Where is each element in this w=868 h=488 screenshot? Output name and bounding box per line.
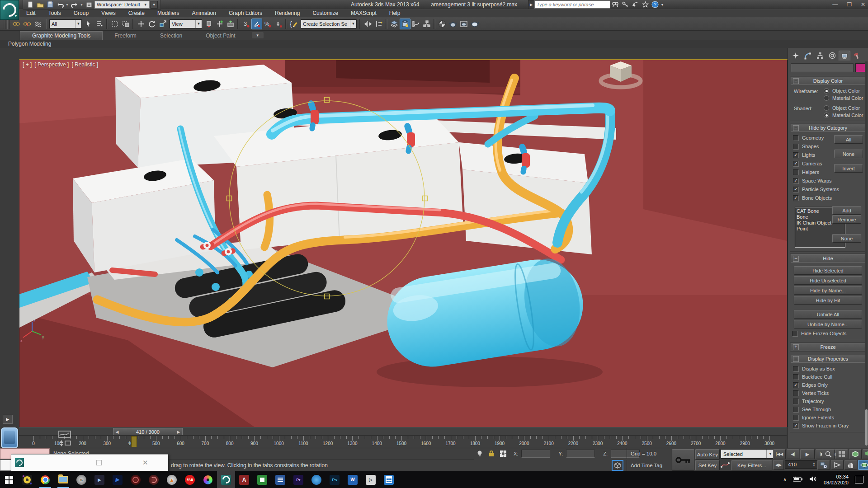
floating-mini-window[interactable]: ✕	[11, 454, 168, 471]
sign-in-key-icon[interactable]	[620, 0, 630, 9]
window-crossing-toggle-button[interactable]	[120, 19, 131, 29]
prop-vertex-ticks[interactable]: Vertex Ticks	[793, 389, 864, 397]
communication-center-icon[interactable]	[630, 0, 640, 9]
category-invert-button[interactable]: Invert	[834, 164, 863, 173]
close-button[interactable]: ✕	[861, 1, 865, 8]
taskbar-icon-chrome[interactable]	[36, 471, 54, 488]
viewport-menu-shading[interactable]: [ Realistic ]	[71, 61, 98, 68]
button-unhide-all[interactable]: Unhide All	[794, 310, 862, 319]
expand-collapse-icon[interactable]: +	[793, 344, 799, 350]
undo-dropdown[interactable]: ▼	[66, 3, 69, 6]
ribbon-tab-freeform[interactable]: Freeform	[103, 32, 148, 40]
taskbar-icon-3ds-max[interactable]	[217, 471, 235, 488]
zoom-extents-all-button[interactable]	[863, 449, 868, 459]
checkbox-icon[interactable]	[793, 415, 799, 421]
ribbon-tab-graphite-modeling-tools[interactable]: Graphite Modeling Tools	[20, 31, 103, 40]
material-editor-button[interactable]	[437, 19, 448, 29]
prop-see-through[interactable]: See-Through	[793, 406, 864, 413]
taskbar-icon-aimp[interactable]: A	[235, 471, 253, 488]
application-menu-button[interactable]: ▼	[0, 0, 19, 20]
checkbox-icon[interactable]: ✓	[793, 382, 799, 388]
qat-customize-button[interactable]: ▼	[151, 1, 158, 9]
checkbox-icon[interactable]: ✓	[793, 161, 799, 167]
percent-snap-toggle-button[interactable]: %	[262, 19, 273, 29]
freeze-rollout-header[interactable]: +Freeze	[791, 343, 865, 351]
ribbon-toggle-button[interactable]	[400, 19, 410, 29]
fov-arrow-button[interactable]	[831, 460, 844, 470]
select-and-rotate-button[interactable]	[146, 19, 157, 29]
expand-collapse-icon[interactable]: –	[793, 78, 799, 84]
panel-tab-motion[interactable]	[826, 51, 838, 61]
menu-help[interactable]: Help	[383, 9, 407, 17]
menu-group[interactable]: Group	[67, 9, 95, 17]
taskbar-icon-photoshop[interactable]: Ps	[326, 471, 344, 488]
checkbox-icon[interactable]	[793, 390, 799, 396]
viewport-label[interactable]: [ + ] [ Perspective ] [ Realistic ]	[23, 61, 98, 68]
zoom-extents-selected-button[interactable]	[849, 449, 862, 459]
checkbox-icon[interactable]: ✓	[793, 195, 799, 201]
panel-tab-display[interactable]	[839, 51, 850, 61]
keyboard-shortcut-override-button[interactable]	[225, 19, 236, 29]
key-mode-dropdown[interactable]: Selected▼	[721, 449, 774, 459]
prop-display-as-box[interactable]: Display as Box	[793, 365, 864, 372]
select-and-manipulate-button[interactable]	[214, 19, 225, 29]
rendered-frame-window-button[interactable]	[458, 19, 469, 29]
prop-edges-only[interactable]: ✓Edges Only	[793, 381, 864, 389]
current-frame-marker[interactable]	[131, 436, 137, 447]
radio-icon[interactable]	[824, 105, 829, 111]
unlink-selection-button[interactable]	[22, 19, 33, 29]
taskbar-icon-dvdfab[interactable]: FAB	[181, 471, 199, 488]
ribbon-tab-selection[interactable]: Selection	[148, 32, 194, 40]
taskbar-icon-nero[interactable]	[127, 471, 145, 488]
button-hide-unselected[interactable]: Hide Unselected	[794, 276, 862, 285]
absolute-offset-toggle[interactable]	[498, 449, 508, 458]
mini-restore-icon[interactable]	[96, 460, 102, 465]
taskbar-icon-imgburn[interactable]: ▲	[163, 471, 181, 488]
viewport-tab-flyout-button[interactable]: ▶	[3, 415, 13, 424]
open-mini-curve-editor-button[interactable]	[58, 429, 78, 447]
checkbox-icon[interactable]	[793, 407, 799, 413]
expand-collapse-icon[interactable]: –	[793, 256, 799, 262]
radio-material-color[interactable]: Material Color	[824, 95, 863, 101]
button-hide-selected[interactable]: Hide Selected	[794, 266, 862, 275]
layer-manager-button[interactable]	[389, 19, 400, 29]
add-time-tag[interactable]: Add Time Tag	[627, 460, 674, 471]
key-mode-toggle[interactable]: ◀▶	[773, 460, 784, 470]
set-key-button[interactable]: Set Key	[695, 460, 720, 470]
undo-button[interactable]	[56, 1, 65, 8]
panel-tab-hierarchy[interactable]	[814, 51, 826, 61]
render-production-button[interactable]	[469, 19, 480, 29]
schematic-view-button[interactable]	[421, 19, 432, 29]
key-filters-button[interactable]: Key Filters...	[731, 460, 772, 470]
checkbox-icon[interactable]: ✓	[793, 152, 799, 158]
taskbar-icon-premiere[interactable]: Pr	[289, 471, 307, 488]
x-coordinate-field[interactable]	[521, 450, 550, 458]
angle-snap-toggle-button[interactable]	[251, 19, 262, 29]
menu-views[interactable]: Views	[95, 9, 122, 17]
bind-to-space-warp-button[interactable]	[33, 19, 43, 29]
redo-button[interactable]	[70, 1, 79, 8]
taskbar-icon-blue-app-2[interactable]: W	[344, 471, 362, 488]
panel-tab-utilities[interactable]	[851, 51, 863, 61]
maximize-button[interactable]: ❐	[847, 1, 852, 8]
list-none-button[interactable]: None	[832, 234, 861, 243]
search-icon[interactable]	[610, 0, 620, 9]
radio-icon[interactable]	[824, 113, 829, 118]
selection-lock-icon[interactable]	[486, 449, 496, 458]
list-add-button[interactable]: Add	[832, 206, 861, 215]
select-and-link-button[interactable]	[11, 19, 22, 29]
edit-named-selection-sets-button[interactable]: {	[288, 19, 299, 29]
menu-edit[interactable]: Edit	[20, 9, 42, 17]
expand-collapse-icon[interactable]: –	[793, 125, 799, 131]
checkbox-icon[interactable]	[793, 169, 799, 175]
taskbar-icon-green-app[interactable]	[253, 471, 271, 488]
list-item[interactable]: Point	[797, 226, 844, 232]
hide-frozen-objects[interactable]: Hide Frozen Objects	[792, 330, 864, 337]
workspace-dropdown[interactable]: Workspace: Default▼	[94, 1, 150, 9]
spinner-snap-toggle-button[interactable]	[273, 19, 284, 29]
prop-show-frozen-in-gray[interactable]: ✓Show Frozen in Gray	[793, 422, 864, 429]
menu-animation[interactable]: Animation	[186, 9, 222, 17]
frame-forward-arrow[interactable]: ▶	[175, 430, 182, 434]
expand-collapse-icon[interactable]: –	[793, 356, 799, 362]
go-to-start-button[interactable]: |◀◀	[773, 449, 786, 459]
